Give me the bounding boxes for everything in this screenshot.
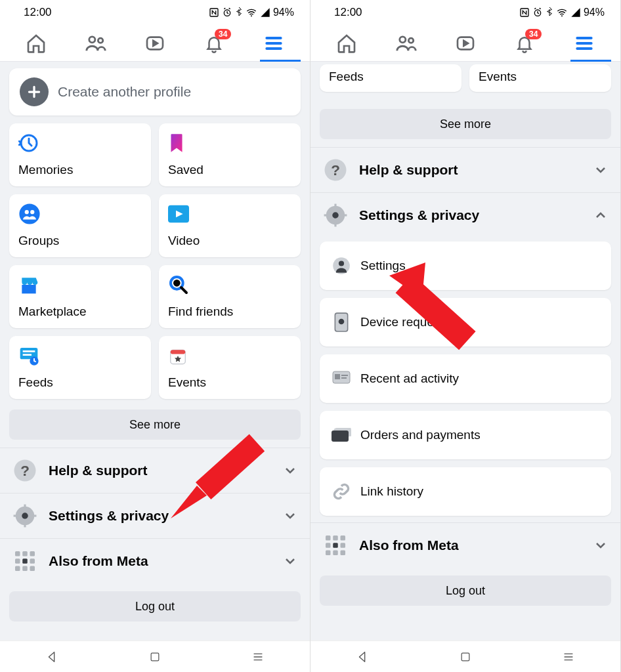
- tab-watch[interactable]: [450, 25, 481, 62]
- shortcut-label: Video: [168, 234, 291, 248]
- row-label: Help & support: [49, 463, 272, 478]
- shortcut-video[interactable]: Video: [159, 194, 301, 257]
- svg-point-49: [332, 212, 339, 219]
- tab-menu[interactable]: [259, 25, 289, 62]
- shortcut-groups[interactable]: Groups: [9, 194, 151, 257]
- subitem-settings[interactable]: Settings: [320, 242, 611, 290]
- subitem-device-requests[interactable]: Device requests: [320, 298, 611, 346]
- shortcut-saved[interactable]: Saved: [159, 123, 301, 186]
- recents-icon[interactable]: [561, 650, 576, 664]
- shortcut-feeds[interactable]: Feeds: [320, 64, 461, 92]
- status-bar: 12:00 94%: [0, 0, 310, 25]
- shortcut-feeds[interactable]: Feeds: [9, 336, 151, 399]
- device-icon: [332, 312, 351, 332]
- see-more-button[interactable]: See more: [9, 410, 301, 440]
- status-time: 12:00: [334, 6, 362, 19]
- svg-rect-28: [15, 551, 20, 556]
- chevron-down-icon: [593, 162, 609, 178]
- svg-text:?: ?: [331, 162, 340, 178]
- home-nav-icon[interactable]: [459, 650, 472, 663]
- row-also-from-meta[interactable]: Also from Meta: [310, 522, 620, 568]
- chevron-up-icon: [593, 207, 609, 223]
- svg-rect-53: [343, 214, 347, 216]
- home-icon: [26, 33, 47, 54]
- svg-rect-65: [333, 536, 338, 541]
- shortcut-find-friends[interactable]: Find friends: [159, 265, 301, 328]
- video-icon: [168, 202, 291, 226]
- subitem-orders-payments[interactable]: Orders and payments: [320, 411, 611, 459]
- svg-point-23: [22, 513, 28, 519]
- subitem-recent-ad-activity[interactable]: Recent ad activity: [320, 354, 611, 403]
- svg-rect-64: [326, 536, 331, 541]
- svg-rect-32: [22, 558, 28, 564]
- bluetooth-icon: [546, 7, 553, 18]
- tab-home[interactable]: [21, 25, 51, 62]
- svg-rect-11: [22, 285, 35, 293]
- logout-button[interactable]: Log out: [320, 576, 611, 606]
- friends-icon: [85, 32, 107, 54]
- svg-rect-36: [30, 566, 35, 572]
- shortcut-label: Marketplace: [18, 304, 142, 319]
- home-icon: [336, 33, 357, 54]
- svg-point-8: [25, 210, 29, 214]
- see-more-label: See more: [129, 418, 181, 432]
- shortcut-label: Feeds: [329, 70, 364, 83]
- back-icon[interactable]: [45, 650, 59, 664]
- row-settings-privacy[interactable]: Settings & privacy: [310, 192, 620, 238]
- gear-icon: [12, 503, 38, 529]
- status-time: 12:00: [24, 6, 52, 19]
- ad-activity-icon: [332, 369, 351, 388]
- svg-point-7: [19, 203, 39, 224]
- row-also-from-meta[interactable]: Also from Meta: [0, 538, 310, 583]
- see-more-button[interactable]: See more: [320, 109, 611, 139]
- row-label: Also from Meta: [49, 553, 272, 569]
- svg-rect-66: [341, 536, 346, 541]
- shortcut-grid: Memories Saved Groups Video Marketplace …: [0, 123, 310, 399]
- top-tabs: 34: [0, 25, 310, 62]
- shortcut-marketplace[interactable]: Marketplace: [9, 265, 151, 328]
- back-icon[interactable]: [355, 650, 370, 664]
- status-bar: 12:00 94%: [310, 0, 620, 25]
- home-nav-icon[interactable]: [148, 650, 161, 663]
- shortcut-label: Events: [168, 375, 291, 390]
- logout-button[interactable]: Log out: [9, 591, 301, 621]
- tab-notifications[interactable]: 34: [509, 25, 540, 62]
- svg-rect-52: [324, 214, 328, 216]
- svg-rect-68: [333, 543, 338, 548]
- svg-text:?: ?: [20, 463, 30, 479]
- create-profile-card[interactable]: Create another profile: [9, 68, 301, 116]
- svg-rect-35: [22, 566, 28, 572]
- svg-rect-69: [341, 543, 346, 548]
- menu-icon: [263, 33, 284, 54]
- row-settings-privacy[interactable]: Settings & privacy: [0, 493, 310, 538]
- svg-rect-37: [151, 653, 159, 661]
- svg-rect-67: [326, 543, 331, 548]
- tab-watch[interactable]: [140, 25, 170, 62]
- shortcut-events[interactable]: Events: [159, 336, 301, 399]
- tab-menu[interactable]: [569, 25, 599, 62]
- help-icon: ?: [322, 157, 349, 183]
- settings-sublist: Settings Device requests Recent ad activ…: [310, 238, 620, 522]
- svg-rect-61: [341, 377, 347, 379]
- subitem-label: Device requests: [360, 315, 450, 329]
- create-profile-label: Create another profile: [58, 84, 191, 100]
- tab-notifications[interactable]: 34: [199, 25, 229, 62]
- row-help-support[interactable]: ? Help & support: [0, 448, 310, 493]
- plus-icon: [20, 77, 49, 106]
- subitem-link-history[interactable]: Link history: [320, 467, 611, 516]
- tab-friends[interactable]: [391, 25, 421, 62]
- row-label: Settings & privacy: [359, 207, 582, 223]
- tab-home[interactable]: [332, 25, 362, 62]
- shortcut-events[interactable]: Events: [469, 64, 611, 92]
- svg-rect-15: [23, 350, 35, 352]
- shortcut-memories[interactable]: Memories: [9, 123, 151, 186]
- recents-icon[interactable]: [251, 650, 265, 664]
- svg-rect-59: [335, 374, 340, 379]
- tab-friends[interactable]: [81, 25, 111, 62]
- see-more-label: See more: [440, 117, 491, 131]
- row-help-support[interactable]: ? Help & support: [310, 147, 620, 192]
- svg-rect-24: [24, 505, 26, 509]
- svg-rect-34: [15, 566, 20, 572]
- svg-point-3: [89, 36, 95, 42]
- friends-icon: [395, 32, 418, 54]
